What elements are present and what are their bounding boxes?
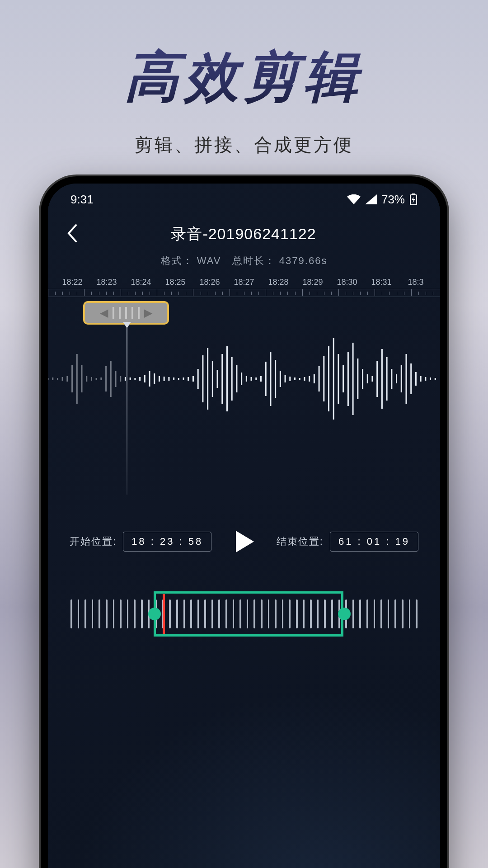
range-handle-end[interactable] [338, 608, 351, 620]
waveform-icon [48, 329, 440, 429]
battery-icon [409, 193, 418, 205]
range-selection-box[interactable] [154, 591, 343, 637]
start-position-input[interactable]: 18 : 23 : 58 [123, 532, 211, 552]
range-slider[interactable] [48, 587, 440, 641]
timeline-tick-label: 18:22 [55, 278, 89, 287]
timeline-tick-label: 18:24 [124, 278, 158, 287]
page-title: 录音-201906241122 [65, 224, 422, 245]
end-position-label: 结束位置: [277, 535, 324, 548]
signal-icon [365, 194, 377, 204]
range-cursor[interactable] [163, 594, 165, 634]
scrub-handle[interactable]: ◀ ▶ [83, 301, 169, 325]
status-time: 9:31 [70, 193, 94, 207]
promo-title: 高效剪辑 [0, 41, 488, 114]
timeline-tick-label: 18:30 [330, 278, 364, 287]
wifi-icon [347, 194, 361, 204]
end-position-input[interactable]: 61 : 01 : 19 [330, 532, 418, 552]
app-screen: 9:31 73% 录音-201906241122 格式： WAV 总时长： 43… [48, 184, 440, 868]
timeline-tick-label: 18:26 [192, 278, 227, 287]
timeline-tick-label: 18:31 [364, 278, 399, 287]
timeline-tick-label: 18:27 [227, 278, 261, 287]
duration-label: 总时长： [232, 255, 276, 266]
timeline-tick-label: 18:28 [261, 278, 296, 287]
play-button[interactable] [230, 528, 258, 555]
app-header: 录音-201906241122 [48, 215, 440, 249]
promo-subtitle: 剪辑、拼接、合成更方便 [0, 132, 488, 157]
battery-percent: 73% [381, 193, 405, 207]
edit-controls: 开始位置: 18 : 23 : 58 结束位置: 61 : 01 : 19 [48, 528, 440, 555]
grip-line [125, 307, 127, 319]
file-meta: 格式： WAV 总时长： 4379.66s [48, 254, 440, 268]
grip-line [131, 307, 133, 319]
duration-value: 4379.66s [279, 255, 328, 266]
chevron-right-icon: ▶ [144, 307, 152, 319]
timeline-tick-label: 18:25 [158, 278, 192, 287]
svg-rect-2 [48, 329, 122, 429]
grip-line [119, 307, 121, 319]
start-position-group: 开始位置: 18 : 23 : 58 [70, 532, 211, 552]
start-position-label: 开始位置: [70, 535, 117, 548]
status-indicators: 73% [347, 193, 418, 207]
end-position-group: 结束位置: 61 : 01 : 19 [277, 532, 418, 552]
waveform-area[interactable] [48, 329, 440, 501]
svg-rect-1 [412, 193, 415, 195]
playhead-line[interactable] [127, 323, 127, 495]
play-icon [230, 528, 258, 555]
grip-line [113, 307, 114, 319]
timeline-tick-label: 18:3 [399, 278, 433, 287]
timeline-ruler[interactable]: 18:2218:2318:2418:2518:2618:2718:2818:29… [48, 278, 440, 302]
format-label: 格式： [161, 255, 193, 266]
range-handle-start[interactable] [148, 608, 161, 620]
grip-line [138, 307, 140, 319]
timeline-tick-label: 18:29 [296, 278, 330, 287]
format-value: WAV [197, 255, 221, 266]
status-bar: 9:31 73% [48, 184, 440, 215]
timeline-tick-label: 18:23 [89, 278, 124, 287]
chevron-left-icon: ◀ [100, 307, 108, 319]
phone-frame: 9:31 73% 录音-201906241122 格式： WAV 总时长： 43… [41, 176, 447, 868]
